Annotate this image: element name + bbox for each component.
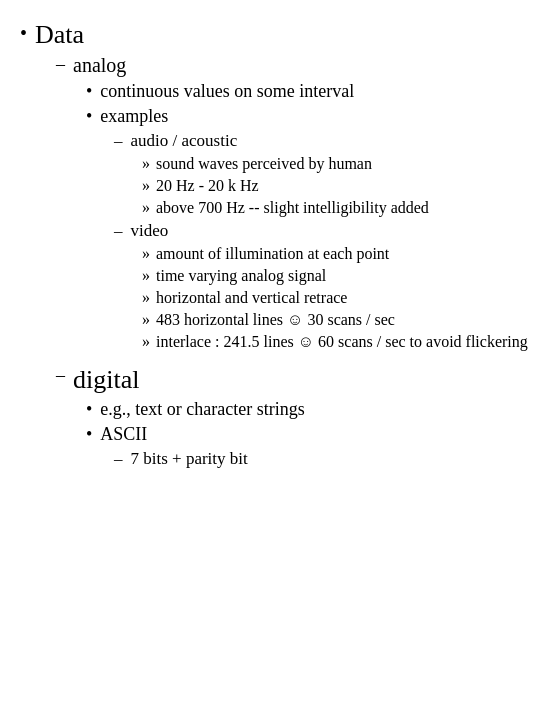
level1-data: • Data xyxy=(20,20,530,50)
video-arrow-4: » xyxy=(142,333,150,351)
video-label: video xyxy=(131,221,169,241)
examples-text: examples xyxy=(100,106,168,127)
level4-7bits: – 7 bits + parity bit xyxy=(114,449,530,469)
video-text-4: interlace : 241.5 lines ☺ 60 scans / sec… xyxy=(156,333,528,351)
level2-analog: – analog xyxy=(56,54,530,77)
level4-audio: – audio / acoustic xyxy=(114,131,530,151)
ascii-sub-section: – 7 bits + parity bit xyxy=(114,449,530,469)
video-entry-3: » 483 horizontal lines ☺ 30 scans / sec xyxy=(142,311,530,329)
eg-text: e.g., text or character strings xyxy=(100,399,304,420)
7bits-text: 7 bits + parity bit xyxy=(131,449,248,469)
video-entry-1: » time varying analog signal xyxy=(142,267,530,285)
video-text-2: horizontal and vertical retrace xyxy=(156,289,347,307)
level4-video: – video xyxy=(114,221,530,241)
audio-arrow-2: » xyxy=(142,199,150,217)
audio-label: audio / acoustic xyxy=(131,131,238,151)
level3-ascii: • ASCII xyxy=(86,424,530,445)
video-entry-0: » amount of illumination at each point xyxy=(142,245,530,263)
video-entry-2: » horizontal and vertical retrace xyxy=(142,289,530,307)
analog-items: • continuous values on some interval • e… xyxy=(86,81,530,351)
level3-examples: • examples xyxy=(86,106,530,127)
audio-arrow-1: » xyxy=(142,177,150,195)
digital-section: – digital • e.g., text or character stri… xyxy=(56,365,530,469)
audio-entries: » sound waves perceived by human » 20 Hz… xyxy=(142,155,530,217)
ascii-text: ASCII xyxy=(100,424,147,445)
ascii-bullet: • xyxy=(86,424,92,445)
audio-entry-1: » 20 Hz - 20 k Hz xyxy=(142,177,530,195)
audio-text-2: above 700 Hz -- slight intelligibility a… xyxy=(156,199,429,217)
video-arrow-0: » xyxy=(142,245,150,263)
audio-arrow-0: » xyxy=(142,155,150,173)
video-text-3: 483 horizontal lines ☺ 30 scans / sec xyxy=(156,311,395,329)
analog-dash: – xyxy=(56,54,65,75)
audio-dash: – xyxy=(114,131,123,151)
analog-label: analog xyxy=(73,54,126,77)
audio-section: – audio / acoustic » sound waves perceiv… xyxy=(114,131,530,217)
video-arrow-3: » xyxy=(142,311,150,329)
continuous-bullet: • xyxy=(86,81,92,102)
video-text-1: time varying analog signal xyxy=(156,267,326,285)
outline-container: • Data – analog • continuous values on s… xyxy=(10,20,530,469)
examples-bullet: • xyxy=(86,106,92,127)
level2-digital: – digital xyxy=(56,365,530,395)
level3-continuous: • continuous values on some interval xyxy=(86,81,530,102)
continuous-text: continuous values on some interval xyxy=(100,81,354,102)
analog-section: – analog • continuous values on some int… xyxy=(56,54,530,351)
video-entry-4: » interlace : 241.5 lines ☺ 60 scans / s… xyxy=(142,333,530,351)
audio-entry-2: » above 700 Hz -- slight intelligibility… xyxy=(142,199,530,217)
digital-items: • e.g., text or character strings • ASCI… xyxy=(86,399,530,469)
digital-label: digital xyxy=(73,365,139,395)
eg-bullet: • xyxy=(86,399,92,420)
video-arrow-2: » xyxy=(142,289,150,307)
video-dash: – xyxy=(114,221,123,241)
video-entries: » amount of illumination at each point »… xyxy=(142,245,530,351)
7bits-dash: – xyxy=(114,449,123,469)
video-text-0: amount of illumination at each point xyxy=(156,245,389,263)
video-arrow-1: » xyxy=(142,267,150,285)
video-section: – video » amount of illumination at each… xyxy=(114,221,530,351)
digital-dash: – xyxy=(56,365,65,386)
audio-entry-0: » sound waves perceived by human xyxy=(142,155,530,173)
audio-text-1: 20 Hz - 20 k Hz xyxy=(156,177,259,195)
audio-text-0: sound waves perceived by human xyxy=(156,155,372,173)
level1-bullet: • xyxy=(20,22,27,45)
level3-eg: • e.g., text or character strings xyxy=(86,399,530,420)
level1-label: Data xyxy=(35,20,84,50)
